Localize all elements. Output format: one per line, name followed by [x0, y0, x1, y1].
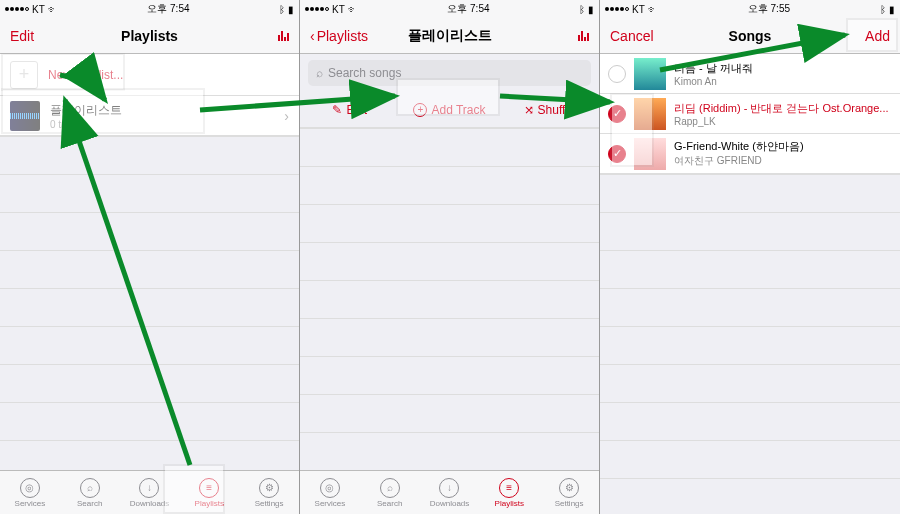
tab-settings[interactable]: ⚙Settings — [239, 471, 299, 514]
new-playlist-row[interactable]: + New Playlist... — [0, 54, 299, 96]
screen-songs-picker: KTᯤ 오후 7:55 ᛒ▮ Cancel Songs Add 리듬 - 날 꺼… — [600, 0, 900, 514]
back-button[interactable]: ‹Playlists — [310, 28, 368, 44]
shuffle-icon: ⤨ — [524, 103, 534, 117]
battery-icon: ▮ — [889, 4, 895, 15]
clock: 오후 7:54 — [447, 2, 489, 16]
services-icon: ◎ — [20, 478, 40, 498]
bluetooth-icon: ᛒ — [579, 4, 585, 15]
song-row[interactable]: ✓ 리딤 (Riddim) - 반대로 걷는다 Ost.Orange...Rap… — [600, 94, 900, 134]
pencil-icon: ✎ — [332, 103, 342, 117]
chevron-right-icon: › — [284, 108, 289, 124]
search-icon: ⌕ — [80, 478, 100, 498]
equalizer-icon[interactable] — [578, 31, 589, 41]
nav-bar: Edit Playlists — [0, 18, 299, 54]
song-title: G-Friend-White (하얀마음) — [674, 139, 892, 154]
nav-bar: Cancel Songs Add — [600, 18, 900, 54]
song-artist: Rapp_LK — [674, 116, 892, 127]
selection-circle[interactable] — [608, 65, 626, 83]
nav-bar: ‹Playlists 플레이리스트 — [300, 18, 599, 54]
wifi-icon: ᯤ — [648, 4, 658, 15]
search-input[interactable]: ⌕Search songs — [308, 60, 591, 86]
plus-icon: + — [10, 61, 38, 89]
screen-playlist-detail: KTᯤ 오후 7:54 ᛒ▮ ‹Playlists 플레이리스트 ⌕Search… — [300, 0, 600, 514]
empty-row — [0, 137, 299, 175]
playlist-row[interactable]: 플레이리스트 0 tracks › — [0, 96, 299, 136]
battery-icon: ▮ — [288, 4, 294, 15]
tab-playlists[interactable]: ≡Playlists — [179, 471, 239, 514]
edit-button[interactable]: Edit — [10, 28, 34, 44]
carrier: KT — [32, 4, 45, 15]
search-placeholder: Search songs — [328, 66, 401, 80]
new-playlist-label: New Playlist... — [48, 68, 289, 82]
album-thumb — [634, 58, 666, 90]
tab-settings[interactable]: ⚙Settings — [539, 471, 599, 514]
status-bar: KTᯤ 오후 7:54 ᛒ▮ — [0, 0, 299, 18]
tab-bar: ◎Services ⌕Search ↓Downloads ≡Playlists … — [300, 470, 599, 514]
wifi-icon: ᯤ — [48, 4, 58, 15]
clock: 오후 7:55 — [748, 2, 790, 16]
search-icon: ⌕ — [316, 66, 323, 80]
selection-circle-checked[interactable]: ✓ — [608, 145, 626, 163]
playlist-toolbar: ✎Edit +Add Track ⤨Shuffle — [300, 92, 599, 128]
song-artist: Kimon An — [674, 76, 892, 87]
add-button[interactable]: Add — [865, 28, 890, 44]
tab-downloads[interactable]: ↓Downloads — [120, 471, 180, 514]
tab-search[interactable]: ⌕Search — [60, 471, 120, 514]
album-thumb — [634, 98, 666, 130]
tab-services[interactable]: ◎Services — [300, 471, 360, 514]
shuffle-button[interactable]: ⤨Shuffle — [499, 103, 599, 117]
tab-services[interactable]: ◎Services — [0, 471, 60, 514]
page-title: Playlists — [0, 28, 299, 44]
add-track-button[interactable]: +Add Track — [400, 103, 500, 117]
tab-playlists[interactable]: ≡Playlists — [479, 471, 539, 514]
selection-circle-checked[interactable]: ✓ — [608, 105, 626, 123]
cancel-button[interactable]: Cancel — [610, 28, 654, 44]
playlist-thumb — [10, 101, 40, 131]
playlists-icon: ≡ — [199, 478, 219, 498]
equalizer-icon[interactable] — [278, 31, 289, 41]
song-title: 리딤 (Riddim) - 반대로 걷는다 Ost.Orange... — [674, 101, 892, 116]
song-row[interactable]: 리듬 - 날 꺼내줘Kimon An — [600, 54, 900, 94]
wifi-icon: ᯤ — [348, 4, 358, 15]
chevron-left-icon: ‹ — [310, 28, 315, 44]
album-thumb — [634, 138, 666, 170]
song-row[interactable]: ✓ G-Friend-White (하얀마음)여자친구 GFRIEND — [600, 134, 900, 174]
tab-downloads[interactable]: ↓Downloads — [420, 471, 480, 514]
battery-icon: ▮ — [588, 4, 594, 15]
bluetooth-icon: ᛒ — [279, 4, 285, 15]
song-title: 리듬 - 날 꺼내줘 — [674, 61, 892, 76]
downloads-icon: ↓ — [139, 478, 159, 498]
edit-playlist-button[interactable]: ✎Edit — [300, 103, 400, 117]
bluetooth-icon: ᛒ — [880, 4, 886, 15]
song-artist: 여자친구 GFRIEND — [674, 154, 892, 168]
playlist-name: 플레이리스트 — [50, 102, 274, 119]
plus-circle-icon: + — [413, 103, 427, 117]
playlist-count: 0 tracks — [50, 119, 274, 130]
status-bar: KTᯤ 오후 7:55 ᛒ▮ — [600, 0, 900, 18]
status-bar: KTᯤ 오후 7:54 ᛒ▮ — [300, 0, 599, 18]
tab-bar: ◎Services ⌕Search ↓Downloads ≡Playlists … — [0, 470, 299, 514]
tab-search[interactable]: ⌕Search — [360, 471, 420, 514]
settings-icon: ⚙ — [259, 478, 279, 498]
screen-playlists: KTᯤ 오후 7:54 ᛒ▮ Edit Playlists + New Play… — [0, 0, 300, 514]
clock: 오후 7:54 — [147, 2, 189, 16]
